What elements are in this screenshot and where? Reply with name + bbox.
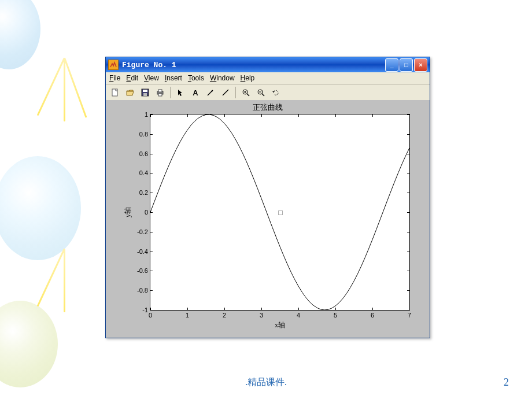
- ytick: 0.8: [119, 131, 150, 138]
- sunray-deco: [37, 248, 65, 306]
- ytick: -1: [119, 306, 150, 313]
- balloon-deco: [0, 156, 81, 260]
- new-button[interactable]: [108, 86, 122, 99]
- balloon-deco: [0, 0, 40, 69]
- maximize-icon: □: [404, 61, 408, 68]
- titlebar[interactable]: Figure No. 1 _ □ ×: [106, 57, 430, 72]
- chart-title: 正弦曲线: [106, 102, 430, 113]
- zoom-out-button[interactable]: [254, 86, 268, 99]
- close-icon: ×: [419, 61, 422, 68]
- svg-marker-17: [272, 91, 275, 93]
- ytick: -0.4: [119, 248, 150, 255]
- save-button[interactable]: [138, 86, 152, 99]
- sunray-deco: [64, 57, 87, 117]
- menu-help[interactable]: Help: [241, 74, 255, 82]
- figure-body: 正弦曲线 x轴 y轴 -1-0.8-0.6-0.4-0.200.20.40.60…: [106, 100, 430, 338]
- minimize-button[interactable]: _: [385, 58, 398, 72]
- svg-line-11: [247, 94, 249, 96]
- minimize-icon: _: [390, 61, 393, 68]
- figure-window: Figure No. 1 _ □ × FileEditViewInsertToo…: [105, 57, 430, 338]
- zoom-in-button[interactable]: [239, 86, 253, 99]
- ytick: -0.8: [119, 287, 150, 294]
- svg-line-15: [262, 94, 264, 96]
- pointer-button[interactable]: [173, 86, 187, 99]
- ytick: 0: [119, 209, 150, 216]
- footer-text: .精品课件.: [0, 376, 532, 389]
- text-button[interactable]: A: [189, 86, 202, 99]
- svg-rect-5: [158, 90, 162, 92]
- svg-line-9: [223, 90, 228, 95]
- xtick: 2: [223, 310, 226, 319]
- xtick: 6: [371, 310, 374, 319]
- xtick: 3: [260, 310, 263, 319]
- menubar: FileEditViewInsertToolsWindowHelp: [106, 72, 430, 84]
- svg-rect-6: [158, 94, 162, 96]
- matlab-icon: [108, 60, 119, 70]
- xtick: 4: [297, 310, 300, 319]
- xtick: 5: [334, 310, 337, 319]
- toolbar-separator: [235, 87, 236, 98]
- toolbar-separator: [170, 87, 171, 98]
- balloon-deco: [0, 301, 58, 387]
- ytick: 0.2: [119, 189, 150, 196]
- xtick: 7: [408, 310, 411, 319]
- open-button[interactable]: [123, 86, 137, 99]
- ytick: 0.4: [119, 169, 150, 176]
- rotate-button[interactable]: [269, 86, 283, 99]
- axes[interactable]: x轴 y轴 -1-0.8-0.6-0.4-0.200.20.40.60.8101…: [150, 114, 410, 311]
- svg-rect-0: [112, 89, 117, 96]
- menu-view[interactable]: View: [144, 74, 159, 82]
- ytick: -0.2: [119, 228, 150, 235]
- ytick: 1: [119, 111, 150, 118]
- toolbar: A: [106, 84, 430, 101]
- arrow-button[interactable]: [204, 86, 217, 99]
- print-button[interactable]: [153, 86, 167, 99]
- ytick: 0.6: [119, 150, 150, 157]
- xtick: 1: [186, 310, 189, 319]
- sunray-deco: [37, 57, 65, 116]
- maximize-button[interactable]: □: [400, 58, 413, 72]
- menu-window[interactable]: Window: [210, 74, 235, 82]
- center-marker: [278, 210, 283, 215]
- menu-tools[interactable]: Tools: [188, 74, 204, 82]
- menu-insert[interactable]: Insert: [165, 74, 182, 82]
- menu-file[interactable]: File: [109, 74, 120, 82]
- ytick: -0.6: [119, 267, 150, 274]
- xtick: 0: [149, 310, 152, 319]
- page-number: 2: [504, 376, 509, 389]
- sunray-deco: [64, 249, 65, 312]
- line-button[interactable]: [219, 86, 232, 99]
- xlabel: x轴: [150, 320, 409, 330]
- menu-edit[interactable]: Edit: [126, 74, 138, 82]
- close-button[interactable]: ×: [414, 58, 427, 72]
- window-title: Figure No. 1: [122, 61, 176, 69]
- svg-rect-2: [143, 90, 147, 92]
- sunray-deco: [64, 58, 65, 121]
- svg-rect-3: [143, 93, 147, 96]
